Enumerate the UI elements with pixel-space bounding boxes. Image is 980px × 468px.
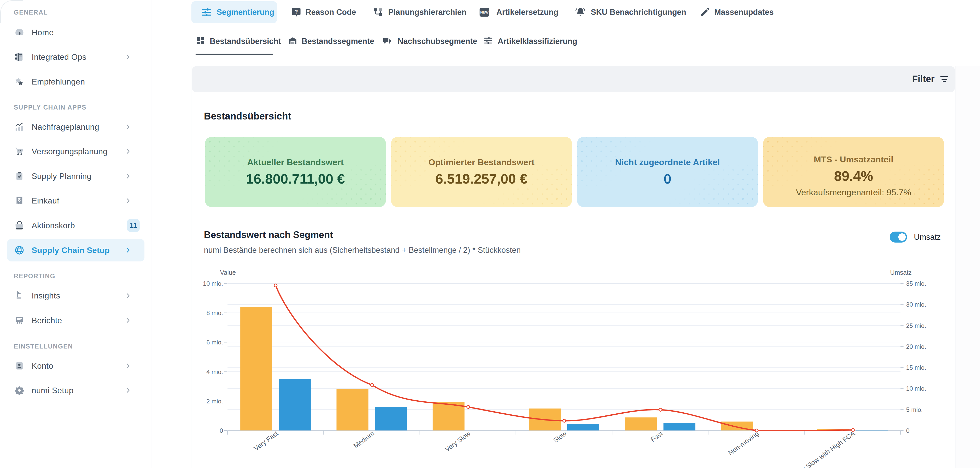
svg-text:30 mio.: 30 mio. — [906, 301, 926, 308]
svg-text:25 mio.: 25 mio. — [906, 322, 926, 329]
svg-text:20 mio.: 20 mio. — [906, 343, 926, 350]
svg-text:Very Slow: Very Slow — [444, 430, 472, 453]
svg-text:Fast: Fast — [649, 430, 664, 443]
svg-text:Slow: Slow — [552, 430, 568, 444]
svg-text:35 mio.: 35 mio. — [906, 280, 926, 287]
svg-text:10 mio.: 10 mio. — [906, 385, 926, 392]
svg-text:Value: Value — [220, 269, 236, 276]
svg-text:0: 0 — [906, 427, 909, 434]
svg-text:NEW: NEW — [480, 10, 489, 14]
svg-text:5 mio.: 5 mio. — [906, 406, 923, 413]
svg-text:4 mio.: 4 mio. — [207, 368, 223, 375]
svg-text:Umsatz: Umsatz — [890, 269, 912, 276]
svg-text:8 mio.: 8 mio. — [207, 309, 223, 316]
svg-text:0: 0 — [220, 427, 223, 434]
svg-text:15 mio.: 15 mio. — [906, 364, 926, 371]
svg-text:Non-moving: Non-moving — [727, 430, 760, 457]
svg-text:10 mio.: 10 mio. — [203, 280, 223, 287]
svg-text:Medium: Medium — [352, 430, 375, 450]
svg-text:Very Fast: Very Fast — [252, 430, 280, 452]
svg-text:Very Slow with High FCA: Very Slow with High FCA — [792, 430, 856, 468]
svg-text:2 mio.: 2 mio. — [207, 398, 223, 405]
svg-text:6 mio.: 6 mio. — [207, 339, 223, 346]
svg-text:?: ? — [295, 9, 298, 14]
